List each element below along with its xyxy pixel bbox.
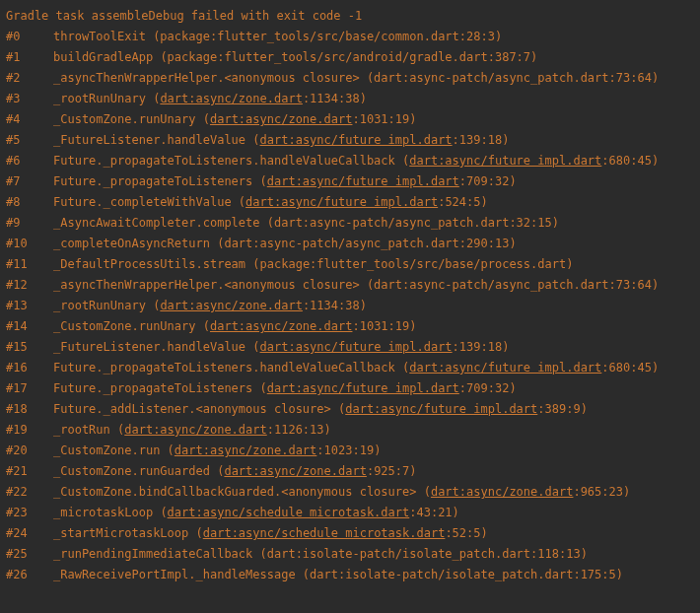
frame-location-prefix: (package:flutter_tools/src/android/gradl… [153, 50, 537, 64]
frame-location-suffix: :965:23) [573, 485, 630, 499]
source-link[interactable]: dart:async/zone.dart [160, 92, 303, 105]
frame-method: _CustomZone.run [53, 443, 160, 457]
frame-location-prefix: ( [252, 174, 266, 188]
stack-frame: #16Future._propagateToListeners.handleVa… [6, 358, 694, 378]
frame-number: #20 [6, 441, 53, 461]
frame-location-suffix: :139:18) [453, 340, 510, 354]
frame-method: _DefaultProcessUtils.stream [53, 257, 245, 271]
frame-location-suffix: :389:9) [537, 402, 588, 416]
frame-location-suffix: :1031:19) [352, 112, 416, 126]
frame-number: #25 [6, 544, 53, 565]
frame-number: #15 [6, 337, 53, 358]
frame-method: _CustomZone.runUnary [53, 319, 196, 333]
stack-frame: #5_FutureListener.handleValue (dart:asyn… [6, 130, 694, 151]
source-link[interactable]: dart:async/zone.dart [210, 112, 353, 126]
frame-location-prefix: (package:flutter_tools/src/base/process.… [245, 257, 573, 271]
source-link[interactable]: dart:async/zone.dart [124, 423, 267, 437]
frame-location-prefix: ( [146, 299, 160, 312]
frame-number: #3 [6, 89, 53, 109]
stack-frame: #11_DefaultProcessUtils.stream (package:… [6, 254, 694, 275]
frame-method: _AsyncAwaitCompleter.complete [53, 216, 260, 230]
frame-location-suffix: :52:5) [445, 526, 487, 540]
source-link[interactable]: dart:async/schedule microtask.dart [168, 506, 410, 519]
frame-location-suffix: :709:32) [459, 174, 517, 188]
frame-number: #24 [6, 523, 53, 544]
stack-trace: #0throwToolExit (package:flutter_tools/s… [6, 27, 694, 585]
frame-location-prefix: ( [331, 402, 345, 416]
source-link[interactable]: dart:async/schedule microtask.dart [203, 526, 446, 540]
frame-method: _rootRunUnary [53, 299, 146, 312]
frame-method: _startMicrotaskLoop [53, 526, 188, 540]
frame-location-prefix: ( [416, 485, 430, 499]
frame-number: #23 [6, 503, 53, 523]
source-link[interactable]: dart:async/future impl.dart [409, 154, 601, 168]
stack-frame: #3_rootRunUnary (dart:async/zone.dart:11… [6, 89, 694, 109]
stack-frame: #22_CustomZone.bindCallbackGuarded.<anon… [6, 482, 694, 503]
frame-method: Future._addListener.<anonymous closure> [53, 402, 331, 416]
source-link[interactable]: dart:async/zone.dart [224, 464, 367, 478]
frame-location-suffix: :680:45) [601, 154, 659, 168]
source-link[interactable]: dart:async/future impl.dart [260, 133, 453, 147]
frame-location-prefix: ( [395, 361, 409, 375]
source-link[interactable]: dart:async/future impl.dart [345, 402, 537, 416]
frame-number: #5 [6, 130, 53, 151]
stack-frame: #24_startMicrotaskLoop (dart:async/sched… [6, 523, 694, 544]
frame-method: _rootRunUnary [53, 92, 146, 105]
frame-method: _FutureListener.handleValue [53, 340, 245, 354]
frame-location-prefix: (package:flutter_tools/src/base/common.d… [146, 30, 502, 43]
stack-frame: #7Future._propagateToListeners (dart:asy… [6, 171, 694, 192]
frame-method: _asyncThenWrapperHelper.<anonymous closu… [53, 71, 360, 85]
frame-location-prefix: ( [196, 112, 210, 126]
frame-location-prefix: (dart:isolate-patch/isolate_patch.dart:1… [252, 547, 588, 561]
frame-location-prefix: ( [188, 526, 202, 540]
frame-location-suffix: :1134:38) [303, 299, 367, 312]
frame-method: _RawReceivePortImpl._handleMessage [53, 568, 296, 581]
source-link[interactable]: dart:async/zone.dart [160, 299, 303, 312]
frame-number: #17 [6, 378, 53, 399]
source-link[interactable]: dart:async/future impl.dart [409, 361, 601, 375]
frame-number: #13 [6, 296, 53, 316]
frame-location-prefix: ( [232, 195, 245, 209]
frame-number: #26 [6, 565, 53, 585]
frame-number: #4 [6, 109, 53, 130]
frame-method: Future._propagateToListeners.handleValue… [53, 361, 395, 375]
stack-frame: #0throwToolExit (package:flutter_tools/s… [6, 27, 694, 47]
frame-method: _microtaskLoop [53, 506, 153, 519]
frame-location-suffix: :1126:13) [267, 423, 331, 437]
frame-location-prefix: (dart:async-patch/async_patch.dart:32:15… [260, 216, 559, 230]
frame-number: #16 [6, 358, 53, 378]
frame-number: #1 [6, 47, 53, 68]
stack-frame: #10_completeOnAsyncReturn (dart:async-pa… [6, 234, 694, 254]
frame-number: #11 [6, 254, 53, 275]
source-link[interactable]: dart:async/future impl.dart [245, 195, 438, 209]
source-link[interactable]: dart:async/zone.dart [431, 485, 574, 499]
source-link[interactable]: dart:async/zone.dart [175, 443, 317, 457]
stack-frame: #2_asyncThenWrapperHelper.<anonymous clo… [6, 68, 694, 89]
stack-frame: #8Future._completeWithValue (dart:async/… [6, 192, 694, 213]
source-link[interactable]: dart:async/future impl.dart [267, 174, 459, 188]
frame-location-suffix: :1031:19) [352, 319, 416, 333]
frame-method: _CustomZone.runGuarded [53, 464, 210, 478]
frame-number: #8 [6, 192, 53, 213]
source-link[interactable]: dart:async/future impl.dart [267, 381, 459, 395]
source-link[interactable]: dart:async/zone.dart [210, 319, 353, 333]
stack-frame: #13_rootRunUnary (dart:async/zone.dart:1… [6, 296, 694, 316]
stack-frame: #26_RawReceivePortImpl._handleMessage (d… [6, 565, 694, 585]
frame-number: #14 [6, 316, 53, 337]
stack-frame: #9_AsyncAwaitCompleter.complete (dart:as… [6, 213, 694, 234]
frame-location-prefix: ( [252, 381, 266, 395]
frame-method: _CustomZone.runUnary [53, 112, 196, 126]
frame-location-prefix: (dart:async-patch/async_patch.dart:73:64… [360, 71, 659, 85]
stack-frame: #23_microtaskLoop (dart:async/schedule m… [6, 503, 694, 523]
frame-method: _FutureListener.handleValue [53, 133, 245, 147]
stack-frame: #4_CustomZone.runUnary (dart:async/zone.… [6, 109, 694, 130]
stack-frame: #21_CustomZone.runGuarded (dart:async/zo… [6, 461, 694, 482]
stack-frame: #15_FutureListener.handleValue (dart:asy… [6, 337, 694, 358]
frame-method: _completeOnAsyncReturn [53, 237, 210, 250]
frame-location-prefix: ( [196, 319, 210, 333]
frame-method: buildGradleApp [53, 50, 153, 64]
frame-location-prefix: (dart:async-patch/async_patch.dart:73:64… [360, 278, 659, 292]
frame-number: #22 [6, 482, 53, 503]
frame-location-suffix: :925:7) [367, 464, 417, 478]
source-link[interactable]: dart:async/future impl.dart [260, 340, 453, 354]
